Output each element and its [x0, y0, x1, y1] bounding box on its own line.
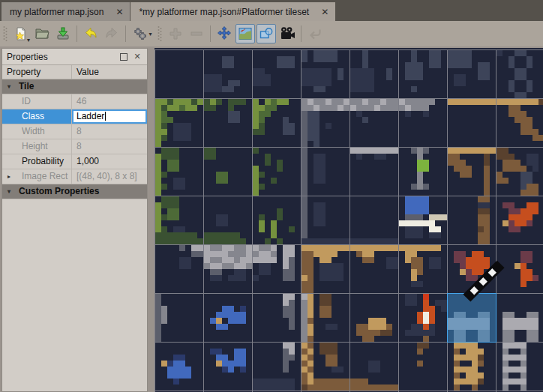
property-label: Height: [22, 141, 48, 151]
execute-icon: [133, 26, 148, 41]
selected-tile-highlight: [447, 293, 496, 343]
open-folder-icon: [34, 26, 50, 41]
back-button: [305, 24, 325, 43]
plus-icon: [168, 26, 183, 41]
terrain-icon: [238, 26, 253, 41]
toolbar-separator: [76, 25, 77, 42]
undo-icon: [83, 26, 98, 41]
property-label: Width: [22, 126, 45, 136]
new-file-button[interactable]: ▾: [11, 24, 31, 43]
property-value[interactable]: Ladder: [76, 111, 104, 121]
property-label: Image Rect: [22, 171, 68, 181]
properties-panel: Properties ✕ Property Value ▾TileID46Cla…: [2, 48, 148, 392]
property-row-class[interactable]: ClassLadder: [2, 109, 147, 124]
terrain-editor-button[interactable]: [236, 24, 255, 43]
toolbar-separator: [301, 25, 302, 42]
property-group-tile[interactable]: ▾Tile: [2, 79, 147, 94]
save-icon: [56, 26, 70, 41]
group-label: Tile: [19, 81, 34, 91]
dropdown-caret-icon: ▾: [27, 37, 30, 43]
property-label: Class: [22, 111, 44, 121]
property-value: 46: [76, 96, 86, 106]
property-value: 1,000: [76, 156, 99, 166]
return-icon: [308, 26, 322, 41]
tab-bar: my platformer map.json✕*my platformer ma…: [0, 0, 543, 21]
toolbar-grip[interactable]: [158, 25, 164, 42]
expand-triangle-icon[interactable]: ▸: [8, 169, 10, 184]
properties-panel-titlebar: Properties ✕: [2, 49, 147, 65]
animation-editor-button[interactable]: [278, 24, 297, 43]
tab-label: my platformer map.json: [10, 7, 104, 17]
property-row-id[interactable]: ID46: [2, 94, 147, 109]
text-caret: [105, 112, 106, 121]
group-label: Custom Properties: [19, 186, 99, 196]
save-file-button[interactable]: [53, 24, 73, 43]
redo-button: [102, 24, 122, 43]
column-header-value: Value: [72, 65, 147, 79]
panel-splitter[interactable]: [148, 48, 154, 392]
float-icon: [120, 53, 128, 61]
expand-triangle-icon[interactable]: ▾: [8, 184, 10, 199]
dropdown-caret-icon: ▾: [148, 31, 152, 37]
tab-2[interactable]: *my platformer map.json#Platformer tiles…: [130, 2, 335, 21]
property-row-image-rect[interactable]: ▸Image Rect[(48, 40), 8 x 8]: [2, 169, 147, 184]
redo-icon: [104, 26, 119, 41]
property-value: 8: [76, 141, 82, 151]
execute-button[interactable]: ▾: [130, 24, 155, 43]
toolbar-separator: [210, 25, 211, 42]
tileset-view: [154, 48, 543, 392]
tab-label: *my platformer map.json#Platformer tiles…: [139, 7, 309, 17]
close-icon: ✕: [134, 52, 140, 61]
property-group-custom-properties[interactable]: ▾Custom Properties: [2, 184, 147, 199]
tab-1[interactable]: my platformer map.json✕: [2, 2, 130, 21]
toolbar-separator: [125, 25, 126, 42]
collision-icon: [259, 26, 274, 41]
move-arrows-icon: [217, 26, 232, 41]
undo-button[interactable]: [81, 24, 100, 43]
open-file-button[interactable]: [32, 24, 52, 43]
toolbar-grip[interactable]: [3, 25, 9, 42]
toolbar: ▾▾: [0, 21, 543, 46]
panel-float-button[interactable]: [118, 52, 129, 62]
collision-editor-button[interactable]: [256, 24, 276, 43]
application-window: my platformer map.json✕*my platformer ma…: [0, 0, 543, 392]
property-row-width[interactable]: Width8: [2, 124, 147, 139]
panel-title: Properties: [7, 52, 116, 62]
panel-close-button[interactable]: ✕: [132, 52, 142, 62]
property-label: ID: [22, 96, 31, 106]
expand-triangle-icon[interactable]: ▾: [8, 79, 10, 94]
property-row-probability[interactable]: Probability1,000: [2, 154, 147, 169]
property-label: Probability: [22, 156, 64, 166]
zoom-in-button: [166, 24, 185, 43]
zoom-out-button: [187, 24, 206, 43]
properties-table: ▾TileID46ClassLadderWidth8Height8Probabi…: [2, 79, 147, 199]
tab-close-icon[interactable]: ✕: [116, 7, 123, 16]
camera-icon: [279, 26, 296, 41]
minus-icon: [189, 26, 204, 41]
property-value: 8: [76, 126, 82, 136]
tab-close-icon[interactable]: ✕: [321, 7, 328, 16]
properties-table-header: Property Value: [2, 65, 147, 79]
property-row-height[interactable]: Height8: [2, 139, 147, 154]
select-move-button[interactable]: [214, 24, 234, 43]
column-header-property: Property: [2, 65, 72, 79]
property-value: [(48, 40), 8 x 8]: [76, 171, 137, 181]
